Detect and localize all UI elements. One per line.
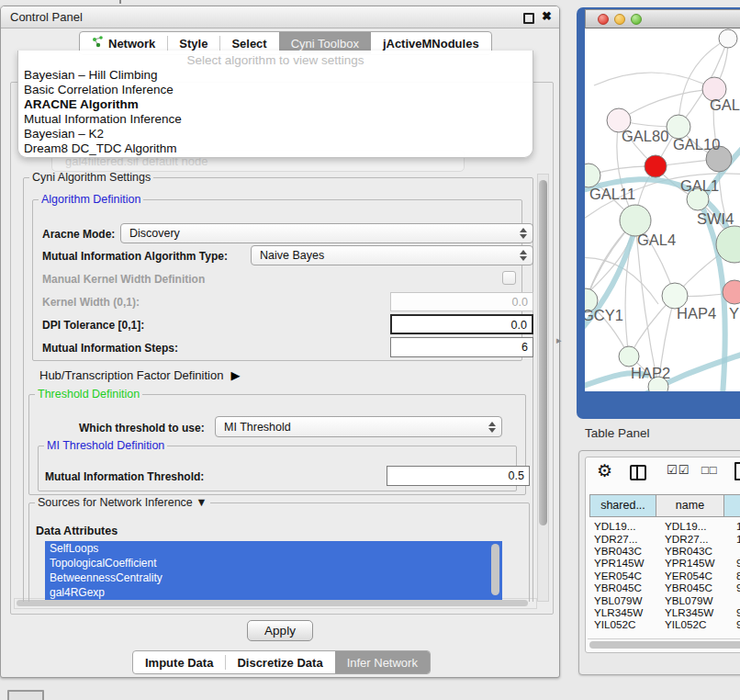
manual-kernel-label: Manual Kernel Width Definition [42,273,205,286]
dpi-tolerance-field[interactable]: 0.0 [390,314,533,334]
aracne-mode-label: Aracne Mode: [42,228,115,241]
network-node[interactable] [719,29,737,48]
tab-infer-network[interactable]: Infer Network [335,651,430,673]
aracne-mode-value: Discovery [129,227,516,240]
which-threshold-label: Which threshold to use: [79,422,205,435]
table-row[interactable]: YBR043CYBR043C [586,545,740,557]
kernel-width-field[interactable]: 0.0 [390,292,533,311]
scrollbar-thumb[interactable] [589,641,740,649]
algorithm-option-bayesian-k2[interactable]: Bayesian – K2 [18,127,533,141]
tab-discretize-data[interactable]: Discretize Data [225,651,334,673]
aracne-mode-combobox[interactable]: Discovery [120,223,533,243]
dpi-tolerance-label: DPI Tolerance [0,1]: [42,319,144,332]
node-label-hap2: HAP2 [631,365,670,381]
zoom-traffic-light-icon[interactable] [631,14,642,25]
node-label-gal: GAL [710,96,740,113]
tab-impute-data[interactable]: Impute Data [133,651,225,673]
node-label-gal80: GAL80 [622,128,668,144]
table-row[interactable]: YPR145WYPR145W9. [586,557,740,569]
close-traffic-light-icon[interactable] [598,14,609,25]
panel-splitter-arrow-icon[interactable]: ▸ [556,334,562,346]
table-cell: 13 [731,520,740,532]
table-row[interactable]: YBR045CYBR045C9. [586,581,740,593]
algorithm-option-basic-correlation-inference[interactable]: Basic Correlation Inference [18,83,533,97]
network-edge[interactable] [619,89,714,120]
node-label-swi4: SWI4 [697,210,734,227]
attribute-item-selfloops[interactable]: SelfLoops [45,541,502,556]
mi-type-value: Naive Bayes [260,249,516,262]
algorithm-option-mutual-information-inference[interactable]: Mutual Information Inference [18,112,533,127]
table-row[interactable]: YLR345WYLR345W9. [586,606,740,618]
table-cell: YBR045C [586,581,660,593]
close-panel-icon[interactable]: ✖ [542,9,552,23]
table-panel-title: Table Panel [585,426,650,440]
cyni-settings-group-title: Cyni Algorithm Settings [29,172,153,185]
attribute-item-topologicalcoefficient[interactable]: TopologicalCoefficient [45,556,502,570]
attribute-item-gal4rgexp[interactable]: gal4RGexp [45,585,502,600]
table-cell: YER054C [586,570,660,581]
network-window-titlebar[interactable] [585,9,740,28]
sources-group-title: Sources for Network Inference ▼ [35,496,210,510]
export-table-icon[interactable] [734,462,740,480]
node-label-gal1: GAL1 [680,177,719,194]
which-threshold-combobox[interactable]: MI Threshold [215,416,502,437]
collapse-arrow-icon[interactable]: ▼ [196,496,207,509]
combobox-arrows-icon [516,228,533,239]
table-cell: YBR045C [660,581,731,593]
table-cell: 9. [731,581,740,593]
table-row[interactable]: YER054CYER054C8. [586,570,740,581]
network-node-gal1[interactable] [645,155,667,177]
control-panel-title: Control Panel [10,10,83,24]
float-window-icon[interactable] [523,13,534,24]
control-panel-window: Control Panel ✖ NetworkStyleSelectCyni T… [0,6,560,678]
network-canvas[interactable]: GALGAL80GAL10GAL1SWI4GAL11GAL4GCY1HAP4YH… [585,28,740,391]
table-cell: YPR145W [660,557,731,569]
algorithm-option-bayesian-hill-climbing[interactable]: Bayesian – Hill Climbing [18,68,533,83]
mi-steps-field[interactable]: 6 [390,337,533,357]
table-cell: YIL052C [660,618,731,630]
select-all-columns-icon[interactable]: ☑☑ [667,463,690,477]
table-cell: YPR145W [586,557,660,569]
algorithm-option-aracne-algorithm[interactable]: ARACNE Algorithm [18,97,533,112]
mi-type-label: Mutual Information Algorithm Type: [42,250,228,263]
minimize-traffic-light-icon[interactable] [614,14,625,25]
column-header-clipped[interactable] [723,494,740,517]
table-rows: YDL19...YDL19...13YDR27...YDR27...12YBR0… [586,520,740,636]
gear-icon[interactable]: ⚙ [597,461,612,481]
tab-label: Style [179,37,207,51]
attribute-item-betweennesscentrality[interactable]: BetweennessCentrality [45,570,502,585]
network-node-hap2[interactable] [619,346,639,367]
mi-steps-label: Mutual Information Steps: [42,342,178,355]
kernel-width-label: Kernel Width (0,1): [42,296,140,309]
hub-definition-toggle[interactable]: Hub/Transcription Factor Definition▶ [39,368,240,382]
algorithm-option-dream8-dc-tdc-algorithm[interactable]: Dream8 DC_TDC Algorithm [18,141,533,156]
column-header-name[interactable]: name [656,494,724,517]
table-cell: YIL052C [586,618,660,630]
mi-type-combobox[interactable]: Naive Bayes [251,245,533,265]
table-horizontal-scrollbar[interactable] [588,638,740,650]
tab-label: Discretize Data [237,656,322,670]
attributes-list-scrollbar[interactable] [491,544,499,595]
manual-kernel-checkbox[interactable] [502,271,516,285]
table-cell: YDL19... [660,520,731,532]
tab-label: Select [231,37,266,51]
table-cell: 9. [731,557,740,569]
table-row[interactable]: YIL052CYIL052C9. [586,618,740,630]
combobox-arrows-icon [516,250,533,261]
table-row[interactable]: YDR27...YDR27...12 [586,532,740,544]
mi-threshold-field[interactable]: 0.5 [387,466,530,486]
table-cell: YLR345W [660,606,731,618]
table-row[interactable]: YDL19...YDL19...13 [586,520,740,532]
tab-label: Infer Network [347,656,418,670]
apply-button[interactable]: Apply [247,620,313,641]
desktop: Control Panel ✖ NetworkStyleSelectCyni T… [0,0,740,700]
deselect-all-columns-icon[interactable]: □□ [701,463,718,477]
split-columns-icon[interactable] [630,465,646,480]
node-label-hap4: HAP4 [677,305,716,322]
control-panel-titlebar[interactable]: Control Panel ✖ [1,6,559,28]
network-edge[interactable] [594,73,714,89]
threshold-definition-title: Threshold Definition [35,388,142,401]
algorithm-dropdown-list: Select algorithm to view settings Bayesi… [17,51,533,158]
column-header-shared[interactable]: shared... [589,494,656,517]
table-row[interactable]: YBL079WYBL079W [586,593,740,605]
